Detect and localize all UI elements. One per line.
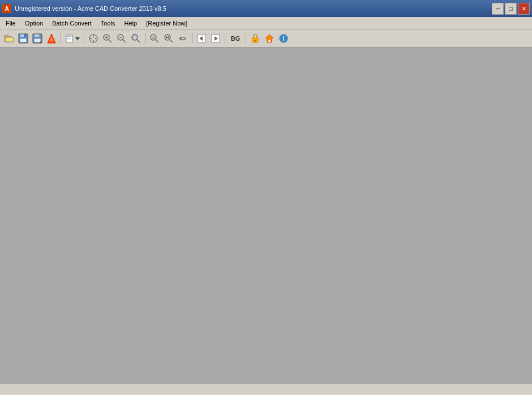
bg-label: BG [231,35,241,42]
minimize-button[interactable]: ─ [492,3,504,15]
menu-bar: File Option Batch Convert Tools Help [Re… [0,17,532,29]
svg-text:!: ! [51,38,52,42]
svg-rect-4 [6,37,14,42]
svg-point-50 [255,40,256,41]
lock-button[interactable] [248,32,262,45]
menu-batch-convert[interactable]: Batch Convert [48,17,96,29]
svg-rect-52 [268,40,271,42]
sep2 [84,33,84,44]
svg-rect-19 [67,40,70,40]
open-button[interactable] [2,32,16,45]
svg-text:A: A [5,6,8,12]
zoom-in-button[interactable] [101,32,114,45]
svg-rect-16 [66,35,72,42]
save-button[interactable] [16,32,30,45]
svg-marker-20 [75,37,80,40]
svg-line-31 [123,40,126,42]
home-button[interactable] [263,32,276,45]
sep3 [145,33,145,44]
svg-line-37 [156,40,158,42]
export-dropdown-button[interactable] [63,32,81,45]
main-canvas[interactable] [0,48,532,384]
pan-button[interactable] [87,32,100,45]
svg-line-34 [137,40,140,42]
sep4 [192,33,192,44]
svg-line-27 [109,40,111,42]
menu-file[interactable]: File [1,17,20,29]
zoom-extents-button[interactable] [162,32,175,45]
next-page-button[interactable] [209,32,222,45]
menu-register[interactable]: [Register Now] [141,17,191,29]
menu-help[interactable]: Help [120,17,142,29]
menu-option[interactable]: Option [20,17,48,29]
svg-rect-17 [67,36,71,37]
title-left: A Unregistered version - Acme CAD Conver… [2,4,166,13]
window-title: Unregistered version - Acme CAD Converte… [15,5,166,12]
info-button[interactable]: i [277,32,290,45]
close-button[interactable]: ✕ [518,3,530,15]
app-icon: A [2,4,11,13]
window-controls: ─ □ ✕ [492,3,530,15]
save-as-button[interactable]: + [31,32,44,45]
prev-page-button[interactable] [195,32,208,45]
sep6 [246,33,246,44]
bg-button[interactable]: BG [228,32,243,45]
zoom-window-button[interactable] [129,32,143,45]
svg-rect-10 [34,34,40,37]
zoom-all-button[interactable]: A [148,32,161,45]
sep1 [61,33,61,44]
restore-button[interactable]: □ [505,3,517,15]
svg-text:+: + [40,40,42,44]
title-bar: A Unregistered version - Acme CAD Conver… [0,0,532,17]
svg-marker-44 [179,37,181,40]
svg-rect-18 [67,38,71,38]
zoom-out-button[interactable] [115,32,128,45]
svg-rect-8 [24,34,25,37]
svg-rect-7 [20,38,27,42]
convert-button[interactable]: ! [45,32,58,45]
sep5 [225,33,225,44]
toolbar: + ! [0,29,532,48]
back-button[interactable] [176,32,190,45]
menu-tools[interactable]: Tools [96,17,120,29]
svg-rect-35 [133,36,136,39]
svg-rect-3 [5,35,8,37]
status-bar [0,384,532,395]
svg-line-40 [170,40,173,42]
svg-text:A: A [152,36,155,40]
svg-text:i: i [283,36,285,42]
